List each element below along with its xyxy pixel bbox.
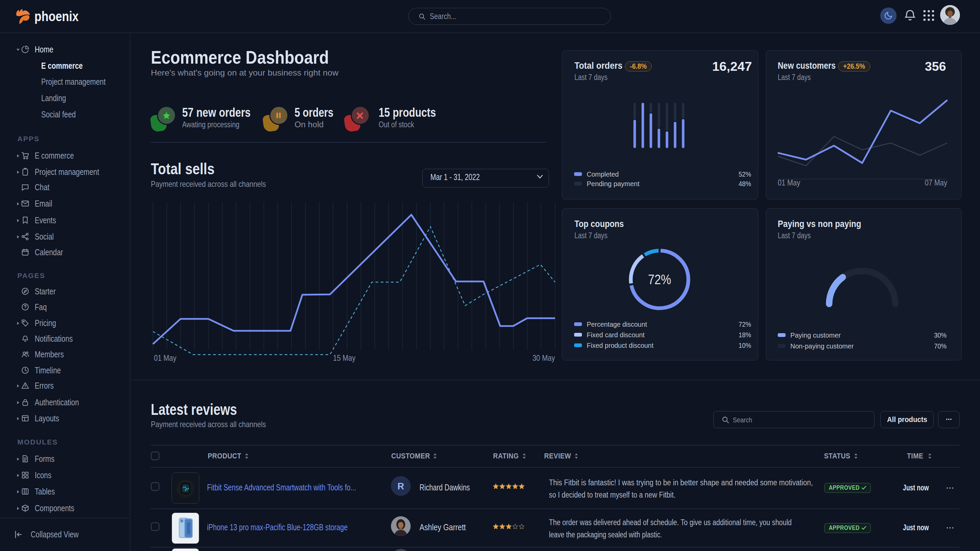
- svg-text:R: R: [398, 481, 404, 491]
